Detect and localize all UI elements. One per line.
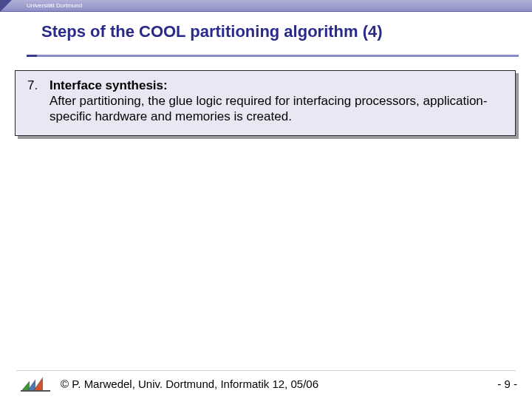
footer: © P. Marwedel, Univ. Dortmund, Informati… <box>0 374 532 393</box>
title-area: Steps of the COOL partitioning algorithm… <box>0 12 532 49</box>
item-text: After partitioning, the glue logic requi… <box>50 93 505 125</box>
content-box: 7. Interface synthesis: After partitioni… <box>15 70 516 136</box>
item-heading: Interface synthesis: <box>50 78 168 92</box>
page-number: - 9 - <box>497 378 517 390</box>
list-item: 7. Interface synthesis: After partitioni… <box>26 78 505 125</box>
page-title: Steps of the COOL partitioning algorithm… <box>41 22 532 41</box>
university-logo-icon <box>21 374 52 393</box>
footer-divider <box>16 370 516 371</box>
title-underline <box>27 55 519 57</box>
svg-rect-0 <box>21 390 50 392</box>
item-number: 7. <box>26 78 50 93</box>
content-box-inner: 7. Interface synthesis: After partitioni… <box>15 70 516 136</box>
footer-copyright: © P. Marwedel, Univ. Dortmund, Informati… <box>61 378 497 390</box>
topbar: Universität Dortmund <box>0 0 532 12</box>
topbar-corner-decoration <box>0 0 12 12</box>
institution-label: Universität Dortmund <box>27 2 82 9</box>
item-body: Interface synthesis: After partitioning,… <box>50 78 505 125</box>
